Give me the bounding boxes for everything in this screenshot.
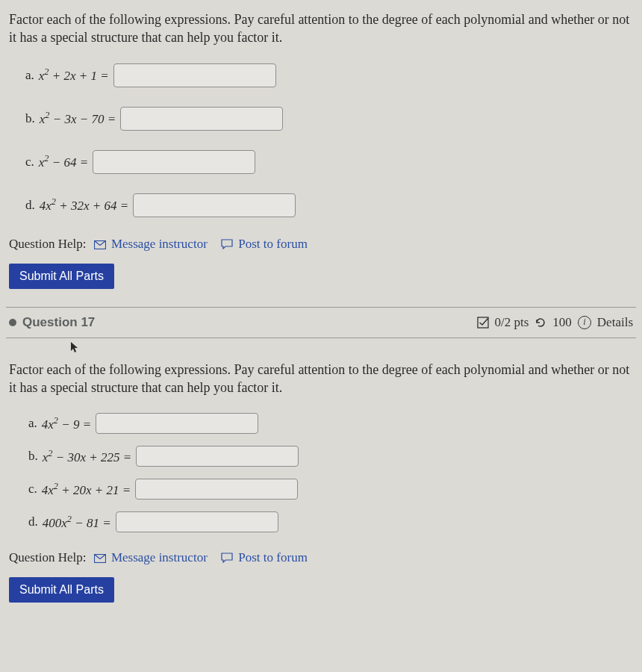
part-a: a. 4x2 − 9 = xyxy=(28,413,633,434)
speech-bubble-icon xyxy=(221,238,233,253)
help-label: Question Help: xyxy=(9,237,86,251)
parts-list: a. 4x2 − 9 = b. x2 − 30x + 225 = c. 4x2 … xyxy=(9,413,633,532)
points-text: 0/2 pts xyxy=(495,315,529,330)
attempts-text: 100 xyxy=(552,315,572,330)
part-d: d. 400x2 − 81 = xyxy=(28,511,633,532)
part-label: b. xyxy=(28,449,38,464)
part-label: c. xyxy=(28,482,37,497)
expression: 400x2 − 81 = xyxy=(43,514,111,531)
help-label: Question Help: xyxy=(9,550,86,564)
part-label: c. xyxy=(25,155,34,169)
question-header-right: 0/2 pts 100 i Details xyxy=(477,315,633,330)
expression: x2 − 30x + 225 = xyxy=(43,448,131,465)
part-c: c. 4x2 + 20x + 21 = xyxy=(28,479,633,500)
part-label: b. xyxy=(25,111,35,126)
part-label: a. xyxy=(28,416,37,431)
submit-all-parts-button[interactable]: Submit All Parts xyxy=(9,264,114,289)
expression: 4x2 + 20x + 21 = xyxy=(42,481,131,498)
answer-input-c[interactable] xyxy=(93,150,255,174)
answer-input-d[interactable] xyxy=(116,511,278,532)
message-instructor-text: Message instructor xyxy=(111,550,208,564)
message-instructor-link[interactable]: Message instructor xyxy=(94,550,211,564)
post-forum-text: Post to forum xyxy=(238,550,308,564)
answer-input-d[interactable] xyxy=(133,193,296,217)
instructions-text: Factor each of the following expressions… xyxy=(9,10,633,47)
question-17-body: Factor each of the following expressions… xyxy=(6,361,636,603)
instructions-text: Factor each of the following expressions… xyxy=(9,361,633,397)
envelope-icon xyxy=(94,552,106,567)
expression: 4x2 + 32x + 64 = xyxy=(40,196,128,214)
answer-input-b[interactable] xyxy=(136,446,299,467)
info-icon: i xyxy=(578,316,591,329)
question-title: Question 17 xyxy=(22,315,95,330)
question-header-left: Question 17 xyxy=(9,315,95,330)
expression: 4x2 − 9 = xyxy=(42,415,91,432)
expression: x2 − 64 = xyxy=(39,153,88,170)
help-row: Question Help: Message instructor Post t… xyxy=(9,237,633,253)
part-a: a. x2 + 2x + 1 = xyxy=(25,63,633,87)
part-b: b. x2 − 3x − 70 = xyxy=(25,107,633,131)
message-instructor-link[interactable]: Message instructor xyxy=(94,237,211,251)
post-forum-text: Post to forum xyxy=(238,237,308,251)
parts-list: a. x2 + 2x + 1 = b. x2 − 3x − 70 = c. x2… xyxy=(9,63,633,217)
answer-input-a[interactable] xyxy=(113,63,276,87)
answer-input-a[interactable] xyxy=(96,413,258,434)
envelope-icon xyxy=(94,238,106,253)
checkbox-icon xyxy=(477,317,489,329)
post-forum-link[interactable]: Post to forum xyxy=(221,550,308,564)
expression: x2 + 2x + 1 = xyxy=(39,66,109,84)
expression: x2 − 3x − 70 = xyxy=(40,110,116,127)
part-d: d. 4x2 + 32x + 64 = xyxy=(25,193,633,217)
speech-bubble-icon xyxy=(221,552,233,567)
answer-input-b[interactable] xyxy=(120,107,283,131)
question-17-header: Question 17 0/2 pts 100 i Details xyxy=(6,308,636,338)
message-instructor-text: Message instructor xyxy=(111,237,208,251)
cursor-icon xyxy=(70,341,636,356)
help-row: Question Help: Message instructor Post t… xyxy=(9,550,633,567)
answer-input-c[interactable] xyxy=(135,479,298,500)
question-16-body: Factor each of the following expressions… xyxy=(6,10,636,289)
part-c: c. x2 − 64 = xyxy=(25,150,633,174)
status-dot-icon xyxy=(9,319,16,326)
svg-rect-1 xyxy=(478,317,488,328)
post-forum-link[interactable]: Post to forum xyxy=(221,237,308,251)
retry-icon xyxy=(535,317,546,329)
part-label: d. xyxy=(28,514,38,529)
part-b: b. x2 − 30x + 225 = xyxy=(28,446,633,467)
submit-all-parts-button[interactable]: Submit All Parts xyxy=(9,577,114,603)
part-label: a. xyxy=(25,68,34,83)
part-label: d. xyxy=(25,198,35,213)
details-link[interactable]: Details xyxy=(597,315,633,330)
